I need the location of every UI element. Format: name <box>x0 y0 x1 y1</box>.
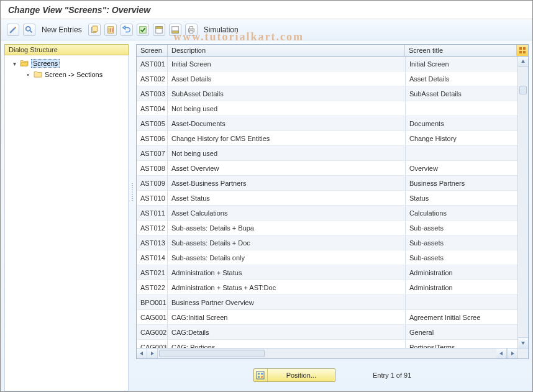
cell-screen[interactable]: AST011 <box>137 206 168 221</box>
cell-title[interactable] <box>406 101 517 116</box>
table-row[interactable]: AST011Asset CalculationsCalculations <box>137 206 517 221</box>
table-row[interactable]: AST005Asset-DocumentsDocuments <box>137 116 517 131</box>
cell-description[interactable]: Administration + Status <box>168 265 406 280</box>
cell-screen[interactable]: AST022 <box>137 280 168 295</box>
scroll-right-button-2[interactable] <box>507 349 517 358</box>
cell-description[interactable]: Asset Overview <box>168 161 406 176</box>
cell-description[interactable]: CAG:Details <box>168 325 406 340</box>
position-button[interactable]: Position... <box>253 368 335 382</box>
table-row[interactable]: AST022Administration + Status + AST:DocA… <box>137 280 517 295</box>
select-all-button[interactable] <box>137 24 149 36</box>
cell-title[interactable]: Documents <box>406 116 517 131</box>
table-row[interactable]: AST006Change History for CMS EntitiesCha… <box>137 131 517 146</box>
new-entries-button[interactable]: New Entries <box>39 25 84 34</box>
table-row[interactable]: AST010Asset StatusStatus <box>137 191 517 206</box>
cell-description[interactable]: Sub-assets: Details + Bupa <box>168 221 406 235</box>
other-view-button[interactable] <box>23 24 35 36</box>
cell-title[interactable]: Change History <box>406 131 517 146</box>
cell-title[interactable]: Sub-assets <box>406 221 517 235</box>
table-row[interactable]: AST012Sub-assets: Details + BupaSub-asse… <box>137 221 517 235</box>
table-row[interactable]: AST009Asset-Business PartnersBusiness Pa… <box>137 176 517 191</box>
toggle-display-change-button[interactable] <box>7 24 19 36</box>
cell-title[interactable]: Calculations <box>406 206 517 221</box>
cell-screen[interactable]: CAG003 <box>137 340 168 348</box>
select-block-button[interactable] <box>153 24 165 36</box>
vertical-splitter[interactable] <box>131 44 134 391</box>
cell-screen[interactable]: AST003 <box>137 86 168 101</box>
cell-description[interactable]: Asset Status <box>168 191 406 206</box>
scroll-thumb[interactable] <box>519 86 527 94</box>
scroll-track-h[interactable] <box>158 349 496 358</box>
vertical-scrollbar[interactable] <box>517 57 528 348</box>
simulation-button[interactable]: Simulation <box>201 25 241 34</box>
cell-screen[interactable]: CAG001 <box>137 310 168 325</box>
table-settings-button[interactable] <box>517 45 528 56</box>
print-button[interactable] <box>185 24 198 36</box>
cell-screen[interactable]: AST006 <box>137 131 168 146</box>
cell-title[interactable]: SubAsset Details <box>406 86 517 101</box>
cell-description[interactable]: Asset-Business Partners <box>168 176 406 191</box>
table-row[interactable]: BPO001Business Partner Overview <box>137 295 517 310</box>
cell-screen[interactable]: AST008 <box>137 161 168 176</box>
cell-screen[interactable]: AST012 <box>137 221 168 235</box>
cell-description[interactable]: Asset Details <box>168 71 406 86</box>
column-header-title[interactable]: Screen title <box>405 45 517 56</box>
cell-screen[interactable]: AST009 <box>137 176 168 191</box>
horizontal-scrollbar[interactable] <box>137 348 528 358</box>
scroll-track[interactable] <box>518 67 528 337</box>
table-row[interactable]: AST014Sub-assets: Details onlySub-assets <box>137 250 517 265</box>
deselect-all-button[interactable] <box>169 24 181 36</box>
table-row[interactable]: AST021Administration + StatusAdministrat… <box>137 265 517 280</box>
cell-description[interactable]: Administration + Status + AST:Doc <box>168 280 406 295</box>
cell-description[interactable]: CAG: Portions <box>168 340 406 348</box>
cell-title[interactable]: Sub-assets <box>406 235 517 250</box>
cell-screen[interactable]: AST010 <box>137 191 168 206</box>
cell-screen[interactable]: AST002 <box>137 71 168 86</box>
copy-as-button[interactable] <box>88 24 101 36</box>
cell-description[interactable]: Not being used <box>168 101 406 116</box>
table-row[interactable]: AST003SubAsset DetailsSubAsset Details <box>137 86 517 101</box>
cell-title[interactable]: General <box>406 325 517 340</box>
cell-screen[interactable]: AST021 <box>137 265 168 280</box>
tree-collapse-icon[interactable]: ▾ <box>11 60 17 66</box>
table-row[interactable]: AST004Not being used <box>137 101 517 116</box>
scroll-left-button[interactable] <box>137 349 147 358</box>
cell-description[interactable]: SubAsset Details <box>168 86 406 101</box>
table-row[interactable]: AST008Asset OverviewOverview <box>137 161 517 176</box>
scroll-left-button-2[interactable] <box>496 349 507 358</box>
cell-screen[interactable]: AST005 <box>137 116 168 131</box>
cell-description[interactable]: Business Partner Overview <box>168 295 406 310</box>
cell-screen[interactable]: AST004 <box>137 101 168 116</box>
scroll-down-button[interactable] <box>518 337 528 348</box>
cell-description[interactable]: CAG:Initial Screen <box>168 310 406 325</box>
cell-title[interactable]: Sub-assets <box>406 250 517 265</box>
scroll-thumb-h[interactable] <box>159 350 265 357</box>
cell-screen[interactable]: CAG002 <box>137 325 168 340</box>
cell-description[interactable]: Asset Calculations <box>168 206 406 221</box>
undo-button[interactable] <box>121 24 133 36</box>
table-row[interactable]: CAG003CAG: PortionsPortions/Terms <box>137 340 517 348</box>
table-row[interactable]: AST001Initial ScreenInitial Screen <box>137 57 517 71</box>
tree-node-screen-sections[interactable]: • Screen -> Sections <box>7 69 125 80</box>
column-header-screen[interactable]: Screen <box>137 45 168 56</box>
cell-title[interactable]: Business Partners <box>406 176 517 191</box>
scroll-right-button[interactable] <box>147 349 158 358</box>
cell-title[interactable]: Agreement Initial Scree <box>406 310 517 325</box>
delete-button[interactable] <box>104 24 117 36</box>
cell-title[interactable] <box>406 295 517 310</box>
cell-description[interactable]: Sub-assets: Details + Doc <box>168 235 406 250</box>
cell-title[interactable] <box>406 146 517 161</box>
table-row[interactable]: AST007Not being used <box>137 146 517 161</box>
table-row[interactable]: AST013Sub-assets: Details + DocSub-asset… <box>137 235 517 250</box>
table-row[interactable]: CAG002CAG:DetailsGeneral <box>137 325 517 340</box>
table-row[interactable]: CAG001CAG:Initial ScreenAgreement Initia… <box>137 310 517 325</box>
cell-screen[interactable]: AST013 <box>137 235 168 250</box>
cell-title[interactable]: Portions/Terms <box>406 340 517 348</box>
table-row[interactable]: AST002Asset DetailsAsset Details <box>137 71 517 86</box>
cell-title[interactable]: Administration <box>406 265 517 280</box>
cell-description[interactable]: Sub-assets: Details only <box>168 250 406 265</box>
cell-description[interactable]: Not being used <box>168 146 406 161</box>
column-header-description[interactable]: Description <box>168 45 405 56</box>
cell-screen[interactable]: BPO001 <box>137 295 168 310</box>
cell-title[interactable]: Administration <box>406 280 517 295</box>
